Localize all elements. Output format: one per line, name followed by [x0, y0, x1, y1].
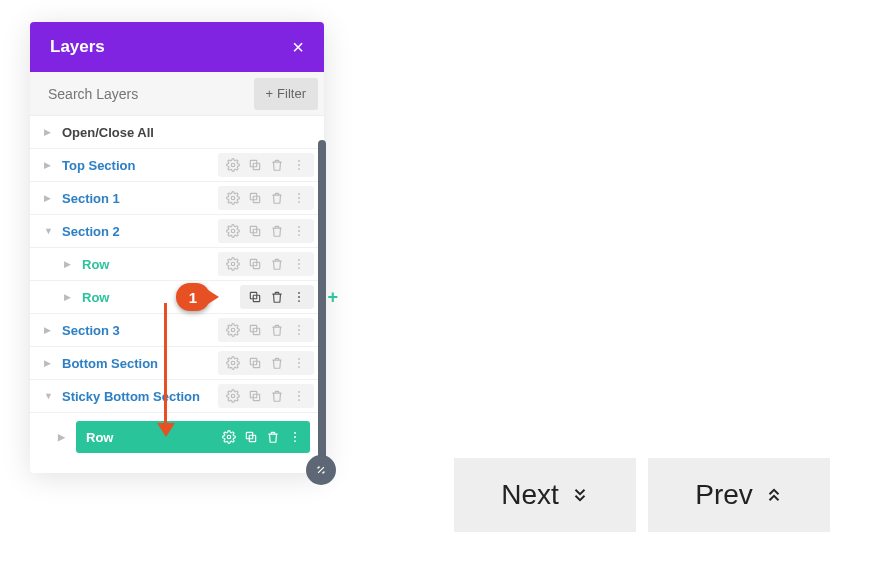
layer-item-row-highlight[interactable]: ▶ Row: [76, 421, 310, 453]
caret-right-icon[interactable]: ▶: [44, 358, 54, 368]
layer-label: Bottom Section: [62, 356, 158, 371]
more-icon[interactable]: [292, 323, 306, 337]
caret-right-icon[interactable]: ▶: [44, 127, 54, 137]
caret-right-icon[interactable]: ▶: [44, 160, 54, 170]
gear-icon[interactable]: [226, 158, 240, 172]
open-close-label: Open/Close All: [62, 125, 154, 140]
more-icon[interactable]: [292, 158, 306, 172]
layer-actions: [218, 219, 314, 243]
layer-actions: [218, 186, 314, 210]
layer-item-row[interactable]: ▶ Row: [30, 248, 324, 281]
more-icon[interactable]: [292, 257, 306, 271]
trash-icon[interactable]: [270, 257, 284, 271]
duplicate-icon[interactable]: [248, 323, 262, 337]
resize-handle-icon[interactable]: [306, 455, 336, 485]
caret-right-icon[interactable]: ▶: [44, 193, 54, 203]
layer-actions: [222, 430, 302, 444]
trash-icon[interactable]: [270, 323, 284, 337]
svg-point-41: [231, 394, 235, 398]
trash-icon[interactable]: [270, 158, 284, 172]
more-icon[interactable]: [292, 290, 306, 304]
svg-point-27: [298, 296, 300, 298]
svg-point-12: [231, 229, 235, 233]
layer-actions: [218, 252, 314, 276]
more-icon[interactable]: [288, 430, 302, 444]
svg-point-44: [298, 391, 300, 393]
svg-point-16: [298, 230, 300, 232]
trash-icon[interactable]: [270, 224, 284, 238]
caret-right-icon[interactable]: ▶: [64, 292, 74, 302]
duplicate-icon[interactable]: [248, 158, 262, 172]
svg-point-3: [298, 160, 300, 162]
more-icon[interactable]: [292, 389, 306, 403]
gear-icon[interactable]: [226, 389, 240, 403]
layer-actions: [218, 384, 314, 408]
trash-icon[interactable]: [266, 430, 280, 444]
layer-item-bottom-section[interactable]: ▶ Bottom Section: [30, 347, 324, 380]
panel-toolbar: + Filter: [30, 72, 324, 116]
svg-point-5: [298, 168, 300, 170]
layer-label: Row: [82, 290, 109, 305]
gear-icon[interactable]: [226, 323, 240, 337]
duplicate-icon[interactable]: [248, 389, 262, 403]
layer-item-sticky-bottom[interactable]: ▼ Sticky Bottom Section: [30, 380, 324, 413]
layer-label: Section 1: [62, 191, 120, 206]
search-input[interactable]: [30, 72, 248, 115]
svg-point-46: [298, 399, 300, 401]
layer-item-section-3[interactable]: ▶ Section 3: [30, 314, 324, 347]
svg-point-47: [227, 435, 231, 439]
gear-icon[interactable]: [226, 356, 240, 370]
chevrons-up-icon: [765, 486, 783, 504]
duplicate-icon[interactable]: [248, 356, 262, 370]
panel-title: Layers: [50, 37, 105, 57]
filter-button[interactable]: + Filter: [254, 78, 318, 110]
trash-icon[interactable]: [270, 356, 284, 370]
trash-icon[interactable]: [270, 290, 284, 304]
more-icon[interactable]: [292, 224, 306, 238]
layer-item-section-2[interactable]: ▼ Section 2: [30, 215, 324, 248]
gear-icon[interactable]: [226, 224, 240, 238]
svg-point-28: [298, 300, 300, 302]
caret-right-icon[interactable]: ▶: [58, 432, 65, 442]
svg-point-50: [294, 432, 296, 434]
next-button[interactable]: Next: [454, 458, 636, 532]
more-icon[interactable]: [292, 191, 306, 205]
duplicate-icon[interactable]: [248, 224, 262, 238]
close-icon[interactable]: ×: [292, 36, 304, 59]
gear-icon[interactable]: [226, 191, 240, 205]
prev-button[interactable]: Prev: [648, 458, 830, 532]
svg-point-0: [231, 163, 235, 167]
svg-point-4: [298, 164, 300, 166]
caret-down-icon[interactable]: ▼: [44, 226, 54, 236]
caret-right-icon[interactable]: ▶: [44, 325, 54, 335]
layer-item-row-active[interactable]: ▶ Row +: [30, 281, 324, 314]
layer-actions: [218, 153, 314, 177]
svg-point-51: [294, 436, 296, 438]
scrollbar[interactable]: [318, 140, 326, 480]
duplicate-icon[interactable]: [248, 191, 262, 205]
trash-icon[interactable]: [270, 389, 284, 403]
duplicate-icon[interactable]: [248, 257, 262, 271]
layer-actions: [218, 351, 314, 375]
duplicate-icon[interactable]: [248, 290, 262, 304]
more-icon[interactable]: [292, 356, 306, 370]
gear-icon[interactable]: [222, 430, 236, 444]
layer-item-section-1[interactable]: ▶ Section 1: [30, 182, 324, 215]
svg-point-15: [298, 226, 300, 228]
caret-right-icon[interactable]: ▶: [64, 259, 74, 269]
open-close-all[interactable]: ▶ Open/Close All: [30, 116, 324, 149]
caret-down-icon[interactable]: ▼: [44, 391, 54, 401]
svg-point-52: [294, 440, 296, 442]
svg-point-10: [298, 197, 300, 199]
svg-point-6: [231, 196, 235, 200]
trash-icon[interactable]: [270, 191, 284, 205]
svg-point-23: [298, 267, 300, 269]
layers-tree: ▶ Open/Close All ▶ Top Section ▶ Section…: [30, 116, 324, 473]
add-icon[interactable]: +: [327, 281, 338, 313]
svg-point-11: [298, 201, 300, 203]
layer-label: Section 2: [62, 224, 120, 239]
duplicate-icon[interactable]: [244, 430, 258, 444]
layer-item-top-section[interactable]: ▶ Top Section: [30, 149, 324, 182]
gear-icon[interactable]: [226, 257, 240, 271]
svg-point-33: [298, 329, 300, 331]
